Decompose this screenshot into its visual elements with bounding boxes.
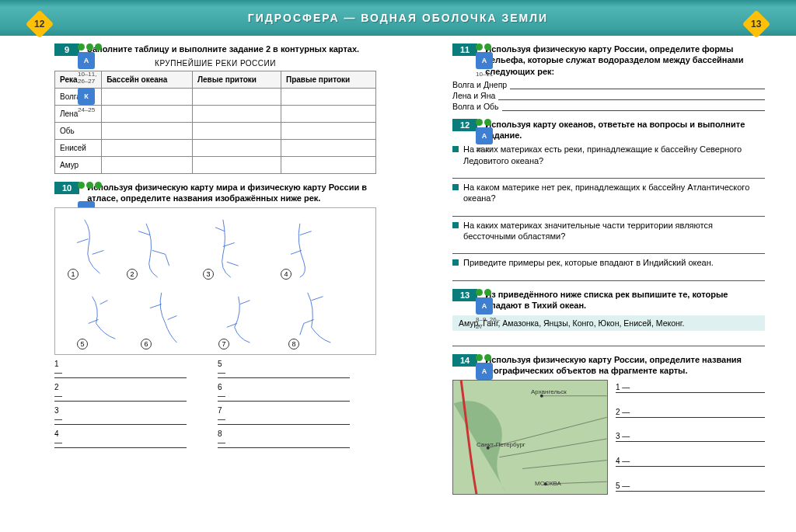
- bullet-icon: [452, 146, 459, 152]
- river-outlines-map: 1 2 3 4 5 6 7 8: [54, 207, 376, 355]
- header-title: ГИДРОСФЕРА — ВОДНАЯ ОБОЛОЧКА ЗЕМЛИ: [248, 12, 548, 24]
- q12-2: На каком материке нет рек, принадлежащих…: [463, 182, 765, 204]
- difficulty-dots: [476, 43, 502, 50]
- task-number-13: 13: [452, 289, 477, 301]
- difficulty-dots: [78, 182, 104, 189]
- river-label-4: 4: [281, 269, 292, 280]
- river-label-2: 2: [127, 269, 138, 280]
- q12-1: На каких материках есть реки, принадлежа…: [463, 144, 765, 166]
- city-label: МОСКВА: [535, 480, 561, 487]
- task-13-text: Из приведённого ниже списка рек выпишите…: [485, 289, 765, 311]
- atlas-ref: 26–27: [476, 146, 502, 153]
- row-river: Енисей: [55, 140, 102, 157]
- header-band: ГИДРОСФЕРА — ВОДНАЯ ОБОЛОЧКА ЗЕМЛИ: [0, 0, 796, 36]
- rivers-svg: [55, 208, 375, 354]
- difficulty-dots: [476, 119, 502, 126]
- map-svg: [453, 381, 607, 494]
- bullet-icon: [452, 222, 459, 228]
- q12-4: Приведите примеры рек, которые впадают в…: [463, 257, 714, 268]
- row-river: Амур: [55, 157, 102, 174]
- answer-blanks: 1 — 2 — 3 — 4 — 5 — 6 — 7 — 8 —: [54, 360, 376, 453]
- task-11-text: Используя физическую карту России, опред…: [485, 43, 765, 77]
- atlas-ref: 8–9, 26–27: [476, 316, 502, 330]
- row-river: Обь: [55, 123, 102, 140]
- river-label-3: 3: [203, 269, 214, 280]
- difficulty-dots: [78, 43, 104, 50]
- task-14-text: Используя физическую карту России, опред…: [485, 354, 765, 377]
- bullet-icon: [452, 259, 459, 266]
- task-9-text: Заполните таблицу и выполните задание 2 …: [87, 43, 376, 54]
- page-left: A 10–11, 26–27 К 24–25 9 Заполните табли…: [0, 0, 398, 532]
- task-number-10: 10: [54, 182, 79, 194]
- map-answer-lines: 1 — 2 — 3 — 4 — 5 —: [616, 380, 765, 495]
- task-number-9: 9: [54, 43, 79, 56]
- contour-icon: К: [78, 88, 95, 105]
- atlas-icon: A: [476, 52, 493, 69]
- th-basin: Бассейн океана: [102, 71, 193, 89]
- contour-ref: 24–25: [78, 106, 104, 113]
- city-label: Санкт-Петербург: [477, 441, 525, 448]
- difficulty-dots: [476, 289, 502, 296]
- bullet-icon: [452, 184, 459, 190]
- river-label-1: 1: [68, 269, 79, 280]
- th-right: Правые притоки: [281, 71, 375, 89]
- map-fragment: Архангельск Санкт-Петербург МОСКВА: [452, 380, 608, 495]
- atlas-icon: A: [476, 297, 493, 315]
- task-12-text: Используя карту океанов, ответьте на воп…: [485, 119, 765, 141]
- river-label-5: 5: [77, 339, 88, 349]
- atlas-ref: 10–11: [476, 71, 502, 78]
- task-number-12: 12: [452, 119, 477, 131]
- city-label: Архангельск: [531, 388, 567, 395]
- q12-3: На каких материках значительные части те…: [463, 220, 765, 242]
- atlas-icon: A: [78, 52, 95, 69]
- river-label-8: 8: [288, 339, 299, 349]
- atlas-ref: 10–11, 26–27: [78, 71, 104, 85]
- difficulty-dots: [476, 354, 502, 361]
- task-number-14: 14: [452, 354, 477, 367]
- th-left: Левые притоки: [193, 71, 281, 89]
- page-right: A 10–11 11 Используя физическую карту Ро…: [398, 0, 796, 532]
- river-label-7: 7: [218, 339, 229, 349]
- task-number-11: 11: [452, 43, 477, 56]
- atlas-icon: A: [476, 363, 493, 380]
- task-10-text: Используя физическую карту мира и физиче…: [87, 182, 376, 204]
- atlas-icon: A: [476, 127, 493, 144]
- river-label-6: 6: [141, 339, 152, 349]
